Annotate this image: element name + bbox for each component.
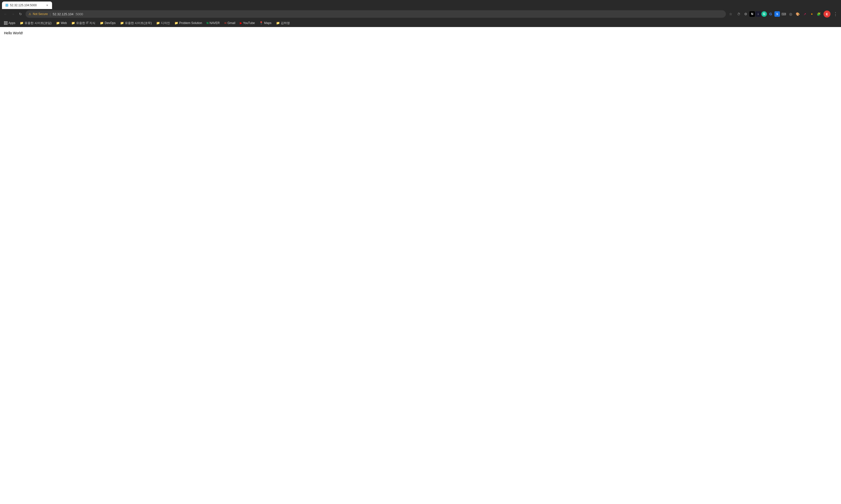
bookmark-useful-it[interactable]: 📁 유용한 IT 지식	[69, 20, 97, 26]
apps-grid-icon	[4, 21, 7, 25]
ext-grammarly-icon[interactable]: G	[762, 11, 767, 17]
lock-icon: ⚠	[29, 12, 31, 16]
bookmark-label: Maps	[264, 21, 271, 25]
folder-icon: 📁	[156, 21, 160, 25]
ext-puzzle-icon[interactable]: 🧩	[816, 11, 822, 17]
ext-notion-icon[interactable]: N	[749, 11, 755, 17]
bookmark-maps[interactable]: 📍 Maps	[257, 20, 273, 26]
apps-button[interactable]: Apps	[2, 20, 17, 26]
browser-chrome: 🌐 52.32.125.104:5000 ✕ ← → ↻ ⚠ Not Secur…	[0, 0, 841, 27]
bookmark-problem-solution[interactable]: 📁 Problem Solution	[173, 20, 204, 26]
ext-arc-icon[interactable]: ↗	[802, 11, 808, 17]
gmail-icon: ✉	[224, 21, 227, 25]
bookmark-label: 유용한 IT 지식	[76, 21, 95, 25]
tab-title: 52.32.125.104:5000	[10, 3, 43, 7]
bookmark-label: 유용한 사이트(코딩)	[24, 21, 51, 25]
bookmark-design[interactable]: 📁 디자인	[154, 20, 172, 26]
url-bar[interactable]: ⚠ Not Secure | 52.32.125.104 :5000	[25, 10, 726, 18]
apps-label: Apps	[8, 21, 15, 25]
folder-icon: 📁	[20, 21, 23, 25]
ext-spark-icon[interactable]: ✦	[808, 11, 815, 17]
bookmark-kimhayoung[interactable]: 📁 김하영	[274, 20, 292, 26]
ext-google-icon[interactable]: G	[767, 11, 774, 17]
nav-buttons: ← → ↻	[2, 11, 24, 18]
folder-icon: 📁	[56, 21, 60, 25]
bookmark-youtube[interactable]: ▶ YouTube	[238, 20, 257, 26]
extensions-area: ⏱ ⚙ N i G G S ⌨ ◎ 🎨 ↗ ✦ 🧩	[735, 11, 822, 17]
page-content: Hello World!	[0, 27, 841, 504]
bookmark-label: YouTube	[243, 21, 255, 25]
ext-color-icon[interactable]: 🎨	[794, 11, 801, 17]
bookmarks-bar: Apps 📁 유용한 사이트(코딩) 📁 Web 📁 유용한 IT 지식 📁 D…	[0, 19, 841, 27]
active-tab[interactable]: 🌐 52.32.125.104:5000 ✕	[2, 1, 52, 9]
bookmark-label: NAVER	[210, 21, 219, 25]
folder-icon: 📁	[276, 21, 280, 25]
bookmark-label: DevOps	[105, 21, 115, 25]
tab-close-button[interactable]: ✕	[45, 3, 49, 7]
folder-icon: 📁	[175, 21, 178, 25]
folder-icon: 📁	[71, 21, 75, 25]
address-bar: ← → ↻ ⚠ Not Secure | 52.32.125.104 :5000…	[0, 9, 841, 19]
ext-superhuman-icon[interactable]: S	[774, 11, 780, 17]
bookmark-label: 유용한 사이트(코무)	[125, 21, 152, 25]
bookmark-web[interactable]: 📁 Web	[54, 20, 69, 26]
tab-bar: 🌐 52.32.125.104:5000 ✕	[0, 0, 841, 9]
folder-icon: 📁	[100, 21, 104, 25]
ext-terminal-icon[interactable]: ⌨	[781, 11, 787, 17]
bookmark-star-icon[interactable]: ☆	[727, 11, 734, 17]
not-secure-text: Not Secure	[33, 12, 48, 16]
youtube-icon: ▶	[240, 21, 242, 25]
url-host: 52.32.125.104	[53, 12, 73, 16]
folder-icon: 📁	[120, 21, 124, 25]
url-separator: |	[50, 12, 51, 16]
ext-instapaper-icon[interactable]: i	[755, 11, 761, 17]
bookmark-label: Web	[61, 21, 67, 25]
menu-button[interactable]: ⋮	[832, 11, 839, 18]
hello-world-text: Hello World!	[4, 31, 23, 35]
ext-chrome-icon[interactable]: ◎	[787, 11, 794, 17]
ext-settings-icon[interactable]: ⚙	[742, 11, 749, 17]
bookmark-label: 김하영	[281, 21, 290, 25]
bookmark-devops[interactable]: 📁 DevOps	[98, 20, 118, 26]
bookmark-naver[interactable]: N NAVER	[204, 20, 221, 26]
bookmark-label: Gmail	[228, 21, 235, 25]
url-port: :5000	[75, 12, 83, 16]
back-button[interactable]: ←	[2, 11, 9, 18]
bookmark-label: 디자인	[161, 21, 170, 25]
naver-icon: N	[207, 21, 209, 24]
profile-button[interactable]: E	[823, 11, 830, 18]
forward-button[interactable]: →	[10, 11, 17, 18]
tab-favicon: 🌐	[5, 3, 8, 7]
bookmark-useful-coding[interactable]: 📁 유용한 사이트(코딩)	[18, 20, 53, 26]
bookmark-useful-work[interactable]: 📁 유용한 사이트(코무)	[118, 20, 154, 26]
ext-timer-icon[interactable]: ⏱	[735, 11, 742, 17]
maps-icon: 📍	[259, 21, 263, 25]
reload-button[interactable]: ↻	[17, 11, 24, 18]
bookmark-label: Problem Solution	[179, 21, 202, 25]
bookmark-gmail[interactable]: ✉ Gmail	[222, 20, 237, 26]
